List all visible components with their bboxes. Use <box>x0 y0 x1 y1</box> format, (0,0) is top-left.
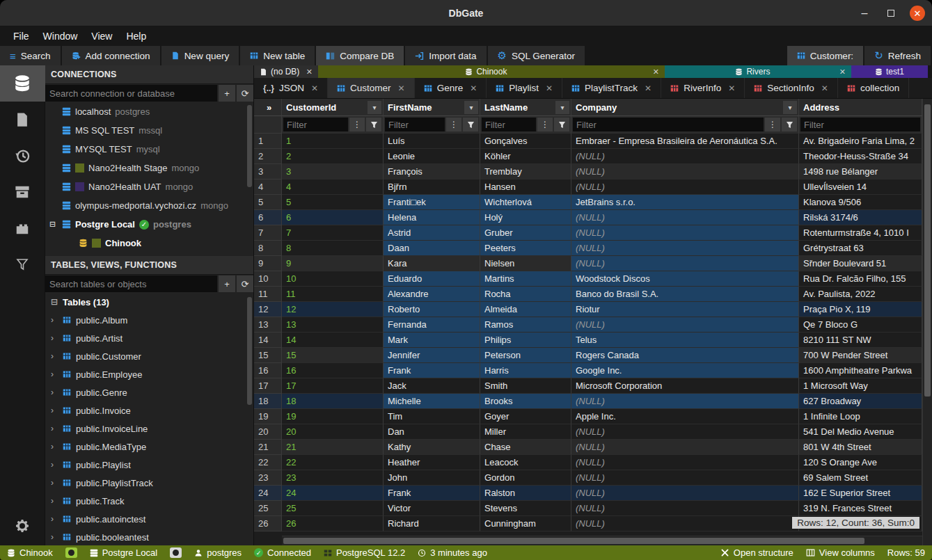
tab-sectioninfo[interactable]: SectionInfo✕ <box>745 78 838 98</box>
grid-cell[interactable]: 4 <box>282 179 384 195</box>
filter-menu-icon[interactable]: ⋮ <box>765 118 780 131</box>
chevron-down-icon[interactable]: ▾ <box>464 101 478 114</box>
grid-cell[interactable]: 10 <box>282 271 384 287</box>
grid-cell[interactable]: Brooks <box>480 394 571 409</box>
maximize-button[interactable] <box>883 6 899 21</box>
grid-cell[interactable]: 11 <box>282 287 384 302</box>
connection-item-mysql-test[interactable]: MYSQL TESTmysql <box>45 140 253 159</box>
status-chinook[interactable]: Chinook <box>7 547 53 558</box>
settings-gear-icon[interactable] <box>0 506 45 545</box>
grid-cell[interactable]: Mark <box>384 333 480 348</box>
grid-cell[interactable]: 3 <box>282 164 384 179</box>
tables-search-input[interactable] <box>45 275 217 292</box>
grid-cell[interactable]: 162 E Superior Street <box>799 486 922 501</box>
grid-cell[interactable]: Ralston <box>480 486 571 501</box>
grid-cell[interactable]: Leonie <box>384 149 480 164</box>
row-number[interactable]: 24 <box>254 486 282 501</box>
grid-cell[interactable]: Tim <box>384 409 480 424</box>
grid-cell[interactable]: (NULL) <box>571 470 799 486</box>
table-item-public-playlist[interactable]: ›public.Playlist <box>45 456 253 474</box>
close-icon[interactable]: ✕ <box>546 83 553 93</box>
grid-cell[interactable]: Peterson <box>480 348 571 363</box>
grid-cell[interactable]: Rocha <box>480 287 571 302</box>
grid-cell[interactable]: Köhler <box>480 149 571 164</box>
grid-cell[interactable]: 21 <box>282 440 384 455</box>
close-icon[interactable]: ✕ <box>728 83 735 93</box>
grid-cell[interactable]: (NULL) <box>571 241 799 256</box>
grid-cell[interactable]: (NULL) <box>571 225 799 241</box>
chevron-right-icon[interactable]: › <box>51 460 58 470</box>
connection-item-ms-sql-test[interactable]: MS SQL TESTmssql <box>45 121 253 140</box>
tab-riverinfo[interactable]: RiverInfo✕ <box>661 78 745 98</box>
grid-cell[interactable]: Tremblay <box>480 164 571 179</box>
grid-cell[interactable]: Martins <box>480 271 571 287</box>
grid-cell[interactable]: (NULL) <box>571 210 799 225</box>
column-header-lastname[interactable]: LastName▾ <box>480 99 571 116</box>
grid-cell[interactable]: Franti□ek <box>384 195 480 210</box>
rail-file-icon[interactable] <box>0 102 45 138</box>
compare-db-button[interactable]: Compare DB <box>316 46 404 65</box>
filter-input[interactable] <box>482 118 536 131</box>
grid-cell[interactable]: 69 Salem Street <box>799 470 922 486</box>
column-header-company[interactable]: Company▾ <box>571 99 799 116</box>
grid-cell[interactable]: Cunningham <box>480 516 571 531</box>
chevron-right-icon[interactable]: › <box>51 369 58 379</box>
expand-columns-button[interactable]: » <box>254 99 282 116</box>
filter-input[interactable] <box>573 118 764 131</box>
tab-playlist[interactable]: Playlist✕ <box>487 78 562 98</box>
grid-cell[interactable]: Av. Brigadeiro Faria Lima, 2 <box>799 134 922 149</box>
grid-cell[interactable]: Dan <box>384 424 480 440</box>
row-number[interactable]: 20 <box>254 424 282 440</box>
status-rows-59[interactable]: Rows: 59 <box>887 547 925 558</box>
row-number[interactable]: 1 <box>254 134 282 149</box>
table-item-public-artist[interactable]: ›public.Artist <box>45 329 253 347</box>
grid-cell[interactable]: Philips <box>480 333 571 348</box>
grid-cell[interactable]: Astrid <box>384 225 480 241</box>
row-number[interactable]: 17 <box>254 378 282 394</box>
row-number[interactable]: 13 <box>254 317 282 333</box>
grid-cell[interactable]: 319 N. Frances Street <box>799 501 922 516</box>
grid-cell[interactable]: Microsoft Corporation <box>571 378 799 394</box>
add-connection-plus-button[interactable]: + <box>219 85 235 102</box>
grid-cell[interactable]: 22 <box>282 455 384 470</box>
row-number[interactable]: 25 <box>254 501 282 516</box>
filter-menu-icon[interactable]: ⋮ <box>537 118 553 131</box>
grid-cell[interactable]: (NULL) <box>571 179 799 195</box>
close-icon[interactable]: ✕ <box>839 67 846 77</box>
grid-cell[interactable]: 19 <box>282 409 384 424</box>
table-item-public-customer[interactable]: ›public.Customer <box>45 347 253 365</box>
collapse-icon[interactable]: ⊟ <box>51 297 58 307</box>
grid-cell[interactable]: Gonçalves <box>480 134 571 149</box>
close-icon[interactable]: ✕ <box>470 83 477 93</box>
group-tab-chinook[interactable]: Chinook✕ <box>318 65 665 78</box>
row-number[interactable]: 2 <box>254 149 282 164</box>
column-header-address[interactable]: Address <box>799 99 922 116</box>
grid-cell[interactable]: 13 <box>282 317 384 333</box>
chevron-down-icon[interactable]: ▾ <box>783 101 797 114</box>
grid-cell[interactable]: John <box>384 470 480 486</box>
grid-cell[interactable]: 17 <box>282 378 384 394</box>
refresh-button[interactable]: ↻Refresh <box>864 46 931 65</box>
grid-cell[interactable]: Embraer - Empresa Brasileira de Aeronáut… <box>571 134 799 149</box>
grid-cell[interactable]: Jennifer <box>384 348 480 363</box>
grid-cell[interactable]: Almeida <box>480 302 571 317</box>
grid-cell[interactable]: (NULL) <box>571 149 799 164</box>
chevron-down-icon[interactable]: ▾ <box>368 101 381 114</box>
grid-cell[interactable]: Ramos <box>480 317 571 333</box>
grid-cell[interactable]: Holý <box>480 210 571 225</box>
grid-cell[interactable]: Daan <box>384 241 480 256</box>
row-number[interactable]: 8 <box>254 241 282 256</box>
grid-cell[interactable]: Qe 7 Bloco G <box>799 317 922 333</box>
rail-history-icon[interactable] <box>0 138 45 174</box>
grid-cell[interactable]: 15 <box>282 348 384 363</box>
grid-cell[interactable]: Gordon <box>480 470 571 486</box>
tables-scrollbar[interactable] <box>247 297 252 405</box>
grid-cell[interactable]: 5 <box>282 195 384 210</box>
column-header-customerid[interactable]: CustomerId▾ <box>282 99 384 116</box>
tables-plus-button[interactable]: + <box>219 275 235 292</box>
grid-cell[interactable]: Smith <box>480 378 571 394</box>
connections-refresh-button[interactable]: ⟳ <box>237 85 253 102</box>
chevron-right-icon[interactable]: › <box>51 315 58 325</box>
menu-view[interactable]: View <box>85 28 118 45</box>
grid-cell[interactable]: Alexandre <box>384 287 480 302</box>
